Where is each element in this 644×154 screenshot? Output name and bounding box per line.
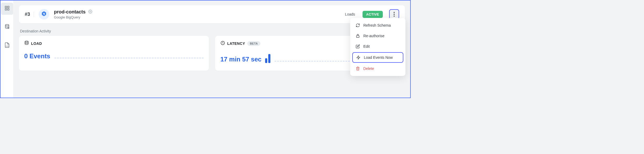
database-icon (4, 24, 10, 30)
sidebar: LOG (1, 1, 14, 98)
menu-label: Load Events Now (364, 55, 393, 60)
bolt-icon (356, 55, 361, 60)
menu-label: Re-authorise (363, 34, 384, 38)
status-badge: ACTIVE (363, 11, 383, 18)
latency-bars (265, 52, 270, 63)
menu-item-refresh-schema[interactable]: Refresh Schema (352, 21, 403, 30)
menu-item-load-events-now[interactable]: Load Events Now (352, 52, 403, 63)
latency-label: LATENCY (227, 41, 245, 46)
bar (268, 54, 270, 63)
menu-item-reauthorise[interactable]: Re-authorise (352, 31, 403, 41)
destination-title-block: prod-contacts Google BigQuery (54, 9, 92, 19)
section-header: Destination Activity 2h (20, 29, 404, 33)
refresh-icon (355, 23, 360, 27)
main-content: #3 prod-contacts Google BigQuery Loads A… (14, 1, 410, 98)
beta-badge: BETA (247, 41, 260, 46)
svg-point-10 (90, 11, 91, 12)
svg-rect-2 (5, 9, 7, 10)
svg-rect-13 (356, 36, 359, 37)
destination-logo (39, 9, 49, 20)
grid-icon (4, 6, 10, 12)
svg-point-11 (25, 41, 28, 42)
load-value: 0 Events (24, 52, 50, 60)
log-icon: LOG (4, 42, 10, 49)
sidebar-item-log[interactable]: LOG (1, 40, 13, 52)
load-sparkline (55, 58, 204, 58)
edit-icon (355, 44, 360, 49)
destination-title: prod-contacts (54, 9, 86, 15)
lock-icon (355, 34, 360, 38)
menu-item-delete[interactable]: Delete (352, 64, 403, 73)
load-icon (24, 41, 29, 46)
svg-marker-14 (357, 56, 360, 59)
loads-label: Loads (345, 12, 355, 16)
svg-rect-0 (5, 6, 7, 8)
sidebar-item-grid[interactable] (1, 3, 13, 15)
section-title: Destination Activity (20, 29, 51, 33)
svg-rect-1 (7, 6, 9, 8)
svg-point-4 (5, 25, 9, 26)
svg-point-8 (44, 13, 44, 14)
destination-subtitle: Google BigQuery (54, 15, 92, 19)
clock-icon (220, 41, 225, 46)
trash-icon (355, 66, 360, 71)
bar (265, 58, 267, 63)
latency-value: 17 min 57 sec (220, 56, 261, 63)
load-card: LOAD 0 Events (19, 36, 209, 71)
sidebar-item-database[interactable] (1, 21, 13, 33)
load-label: LOAD (31, 41, 42, 46)
gear-icon[interactable] (88, 9, 92, 15)
destination-header: #3 prod-contacts Google BigQuery Loads A… (19, 5, 405, 23)
bigquery-icon (41, 11, 47, 18)
svg-text:LOG: LOG (6, 45, 9, 47)
menu-item-edit[interactable]: Edit (352, 42, 403, 51)
menu-label: Delete (363, 66, 374, 71)
actions-menu: Refresh Schema Re-authorise Edit Load Ev… (350, 18, 405, 76)
menu-label: Refresh Schema (363, 23, 391, 27)
destination-rank: #3 (25, 12, 34, 17)
menu-label: Edit (363, 44, 370, 49)
kebab-icon (394, 12, 395, 17)
svg-rect-3 (7, 9, 9, 10)
